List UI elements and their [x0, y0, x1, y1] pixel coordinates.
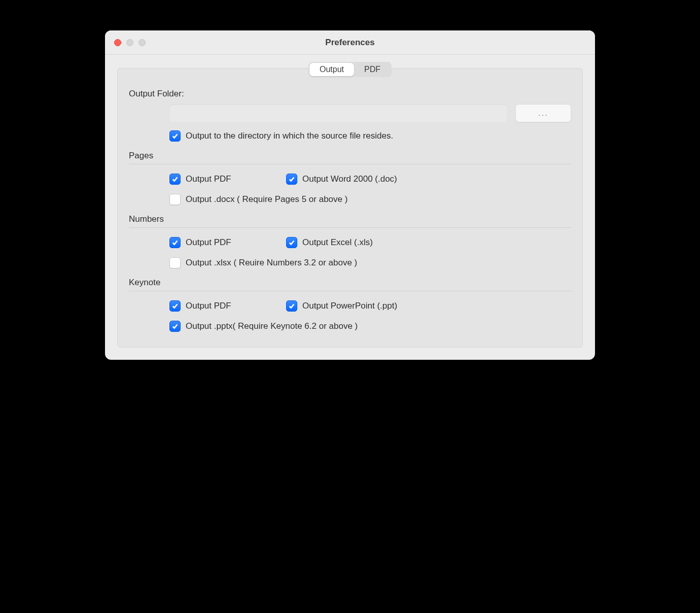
keynote-divider	[129, 291, 571, 291]
content-panel: Output Folder: ... Output to the directo…	[117, 68, 583, 348]
tab-output[interactable]: Output	[309, 63, 354, 76]
pages-pdf-label: Output PDF	[186, 174, 231, 184]
keynote-pdf-checkbox[interactable]	[169, 300, 181, 312]
numbers-xls-label: Output Excel (.xls)	[302, 237, 373, 248]
numbers-xls-checkbox[interactable]	[286, 237, 297, 248]
numbers-heading: Numbers	[129, 214, 571, 224]
close-button[interactable]	[114, 39, 121, 46]
maximize-button[interactable]	[138, 39, 146, 46]
titlebar: Preferences	[105, 30, 595, 55]
keynote-options: Output PDF Output PowerPoint (.ppt) Outp…	[169, 300, 571, 332]
output-folder-label: Output Folder:	[129, 89, 571, 99]
pages-docx-checkbox[interactable]	[169, 194, 181, 205]
window-title: Preferences	[105, 38, 595, 48]
traffic-lights	[114, 39, 146, 46]
same-directory-checkbox[interactable]	[169, 130, 181, 142]
numbers-divider	[129, 227, 571, 228]
pages-pdf-checkbox[interactable]	[169, 174, 181, 185]
keynote-ppt-checkbox[interactable]	[286, 300, 297, 312]
browse-button[interactable]: ...	[515, 104, 571, 122]
pages-doc-label: Output Word 2000 (.doc)	[302, 174, 397, 184]
pages-docx-label: Output .docx ( Require Pages 5 or above …	[186, 194, 347, 205]
pages-doc-checkbox[interactable]	[286, 174, 297, 185]
keynote-ppt-label: Output PowerPoint (.ppt)	[302, 301, 397, 311]
minimize-button[interactable]	[126, 39, 133, 46]
pages-divider	[129, 164, 571, 164]
keynote-pdf-label: Output PDF	[186, 301, 231, 311]
numbers-options: Output PDF Output Excel (.xls) Output .x…	[169, 237, 571, 268]
tabbar: Output PDF	[308, 62, 392, 77]
pages-options: Output PDF Output Word 2000 (.doc) Outpu…	[169, 174, 571, 205]
keynote-pptx-checkbox[interactable]	[169, 321, 181, 332]
numbers-pdf-checkbox[interactable]	[169, 237, 181, 248]
same-directory-label: Output to the directory in which the sou…	[186, 131, 393, 141]
keynote-heading: Keynote	[129, 278, 571, 288]
numbers-xlsx-label: Output .xlsx ( Reuire Numbers 3.2 or abo…	[186, 258, 357, 268]
numbers-pdf-label: Output PDF	[186, 237, 231, 248]
tab-pdf[interactable]: PDF	[354, 63, 391, 76]
keynote-pptx-label: Output .pptx( Require Keynote 6.2 or abo…	[186, 321, 358, 331]
pages-heading: Pages	[129, 151, 571, 161]
same-directory-row: Output to the directory in which the sou…	[169, 130, 571, 142]
preferences-window: Preferences Output PDF Output Folder: ..…	[105, 30, 595, 360]
output-folder-row: ...	[169, 104, 571, 122]
output-folder-input[interactable]	[169, 104, 507, 122]
numbers-xlsx-checkbox[interactable]	[169, 257, 181, 268]
